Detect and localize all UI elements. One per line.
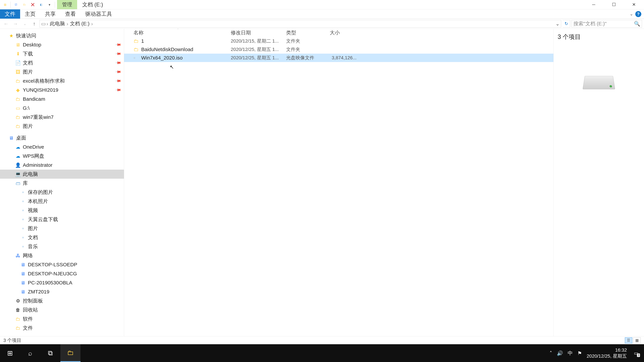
forward-button[interactable]: → xyxy=(12,20,20,28)
navigation-tree[interactable]: ★快速访问 🖥Desktop📌⬇下载📌📄文档📌🖼图片📌🗀excel表格制作求和📌… xyxy=(0,29,124,336)
breadcrumb-drive[interactable]: 文档 (E:) xyxy=(69,20,90,27)
up-button[interactable]: ↑ xyxy=(30,20,38,28)
tree-qa-item[interactable]: 🖼图片📌 xyxy=(0,67,124,76)
pc-icon: 🖥 xyxy=(20,289,26,295)
tree-label: 保存的图片 xyxy=(28,189,53,196)
taskbar-clock[interactable]: 16:32 2020/12/25, 星期五 xyxy=(587,347,627,359)
action-center-button[interactable]: ▭ 3 xyxy=(632,349,641,358)
tree-label: 网络 xyxy=(23,252,33,259)
star-icon: ★ xyxy=(8,33,14,38)
tree-lib-item[interactable]: ▫视频 xyxy=(0,206,124,215)
ribbon-tab-home[interactable]: 主页 xyxy=(20,9,40,18)
tree-software[interactable]: 🗀软件 xyxy=(0,314,124,324)
file-row[interactable]: 🗀12020/12/15, 星期二 1...文件夹 xyxy=(124,37,554,45)
tree-control-panel[interactable]: ⚙控制面板 xyxy=(0,296,124,305)
tree-lib-item[interactable]: ▫天翼云盘下载 xyxy=(0,215,124,224)
help-icon[interactable]: ? xyxy=(635,11,641,17)
tree-qa-item[interactable]: 🗀win7重装win7 xyxy=(0,113,124,122)
view-icons-button[interactable]: ▦ xyxy=(633,337,641,344)
ribbon-tab-drive-tools[interactable]: 驱动器工具 xyxy=(80,9,117,18)
task-view-button[interactable]: ⧉ xyxy=(40,344,60,362)
tree-label: 此电脑 xyxy=(23,171,38,178)
qat-customize-dropdown[interactable]: ▾ xyxy=(46,1,53,8)
tree-label: 软件 xyxy=(23,316,33,323)
tree-label: 本机照片 xyxy=(28,198,48,205)
qat-new-folder-icon[interactable]: 🗀 xyxy=(21,1,28,8)
tree-qa-item[interactable]: 🗀excel表格制作求和📌 xyxy=(0,76,124,85)
window-controls: ─ ☐ ✕ xyxy=(584,0,644,9)
column-type-header[interactable]: 类型 xyxy=(286,29,330,36)
taskbar-explorer-button[interactable]: 🗀 xyxy=(60,344,80,362)
maximize-button[interactable]: ☐ xyxy=(604,0,624,9)
tree-qa-item[interactable]: 🗀Bandicam xyxy=(0,94,124,104)
tree-lib-item[interactable]: ▫保存的图片 xyxy=(0,188,124,197)
tray-overflow-icon[interactable]: ˄ xyxy=(550,350,552,356)
ribbon-tabs: 文件 主页 共享 查看 驱动器工具 ⌄ ? xyxy=(0,9,644,19)
close-icon: ✕ xyxy=(30,1,35,8)
tree-network-item[interactable]: 🖥DESKTOP-NJEU3CG xyxy=(0,269,124,278)
search-placeholder: 搜索"文档 (E:)" xyxy=(574,20,606,27)
column-size-header[interactable]: 大小 xyxy=(330,29,356,36)
column-date-header[interactable]: 修改日期 xyxy=(231,29,286,36)
tree-network-item[interactable]: 🖥DESKTOP-LSSOEDP xyxy=(0,260,124,269)
ribbon-tab-file[interactable]: 文件 xyxy=(0,9,20,18)
window-title: 文档 (E:) xyxy=(77,1,108,8)
column-name-header[interactable]: 名称˄ xyxy=(134,29,231,36)
tree-network-item[interactable]: 🖥PC-20190530OBLA xyxy=(0,278,124,287)
app-icon: ◆ xyxy=(15,87,21,93)
ribbon-expand-icon[interactable]: ⌄ xyxy=(630,11,633,16)
tree-qa-item[interactable]: 🖥Desktop📌 xyxy=(0,40,124,49)
address-dropdown-icon[interactable]: ⌄ xyxy=(556,21,560,27)
security-icon[interactable]: ⚑ xyxy=(578,350,582,356)
tree-label: 控制面板 xyxy=(23,298,43,304)
tree-qa-item[interactable]: ▭G:\ xyxy=(0,104,124,113)
search-input[interactable]: 搜索"文档 (E:)" 🔍 xyxy=(572,20,642,28)
ribbon-tab-view[interactable]: 查看 xyxy=(60,9,80,18)
ime-indicator[interactable]: 中 xyxy=(568,350,573,357)
tree-quick-access[interactable]: ★快速访问 xyxy=(0,31,124,40)
pc-icon: 🖥 xyxy=(20,262,26,268)
qat-rename-icon[interactable]: ◧ xyxy=(38,1,45,8)
tree-qa-item[interactable]: ◆YUNQISHI2019📌 xyxy=(0,85,124,94)
arrow-right-icon: → xyxy=(13,21,18,27)
tree-qa-item[interactable]: 🗀图片 xyxy=(0,122,124,131)
tree-recycle-bin[interactable]: 🗑回收站 xyxy=(0,305,124,314)
file-row[interactable]: ▫Win7x64_2020.iso2020/12/25, 星期五 1...光盘映… xyxy=(124,54,554,62)
close-button[interactable]: ✕ xyxy=(624,0,644,9)
qat-delete-icon[interactable]: ✕ xyxy=(29,1,36,8)
recent-dropdown[interactable]: ⌄ xyxy=(21,20,29,28)
start-button[interactable]: ⊞ xyxy=(0,344,20,362)
tree-onedrive[interactable]: ☁OneDrive xyxy=(0,142,124,151)
view-details-button[interactable]: ☰ xyxy=(625,337,632,344)
file-row[interactable]: 🗀BaiduNetdiskDownload2020/12/25, 星期五 1..… xyxy=(124,45,554,54)
taskbar-search-button[interactable]: ⌕ xyxy=(20,344,40,362)
tree-files[interactable]: 🗀文件 xyxy=(0,324,124,333)
refresh-button[interactable]: ↻ xyxy=(562,20,570,28)
address-bar[interactable]: ▭ › 此电脑 › 文档 (E:) › ⌄ xyxy=(40,20,561,28)
breadcrumb-thispc[interactable]: 此电脑 xyxy=(49,20,66,27)
tree-lib-item[interactable]: ▫文档 xyxy=(0,233,124,242)
qat-properties-icon[interactable]: ☑ xyxy=(12,1,20,8)
tree-label: 图片 xyxy=(23,123,33,130)
tree-network-item[interactable]: 🖥ZMT2019 xyxy=(0,287,124,296)
tree-network[interactable]: 🖧网络 xyxy=(0,251,124,260)
tree-libraries[interactable]: 🗃库 xyxy=(0,179,124,188)
tree-wps[interactable]: ☁WPS网盘 xyxy=(0,151,124,161)
tree-lib-item[interactable]: ▫图片 xyxy=(0,224,124,233)
tree-lib-item[interactable]: ▫本机照片 xyxy=(0,197,124,206)
ribbon-tab-share[interactable]: 共享 xyxy=(40,9,60,18)
tree-lib-item[interactable]: ▫音乐 xyxy=(0,242,124,251)
tree-administrator[interactable]: 👤Administrator xyxy=(0,161,124,170)
tree-desktop[interactable]: 🖥桌面 xyxy=(0,133,124,142)
ribbon-help-area: ⌄ ? xyxy=(630,9,644,18)
drive-icon: ▭ xyxy=(15,105,21,111)
minimize-button[interactable]: ─ xyxy=(584,0,604,9)
contextual-tab-label: 管理 xyxy=(57,0,77,9)
tree-thispc[interactable]: 💻此电脑 xyxy=(0,170,124,179)
tree-qa-item[interactable]: 📄文档📌 xyxy=(0,58,124,67)
qat-app-icon[interactable]: ▥ xyxy=(1,1,9,8)
back-button[interactable]: ← xyxy=(2,20,10,28)
tree-qa-item[interactable]: ⬇下载📌 xyxy=(0,49,124,58)
folder-icon: 🗀 xyxy=(67,349,74,357)
volume-icon[interactable]: 🔊 xyxy=(557,350,563,356)
